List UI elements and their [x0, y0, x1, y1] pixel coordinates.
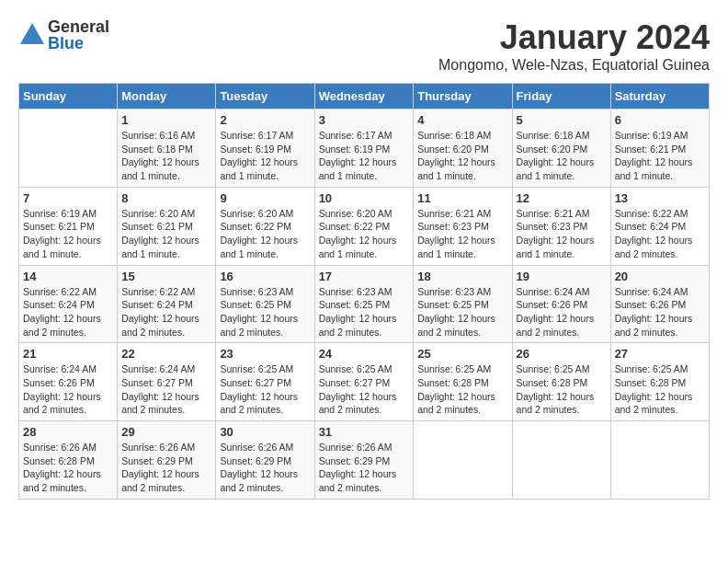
day-info: Sunrise: 6:19 AM Sunset: 6:21 PM Dayligh… [615, 129, 705, 183]
day-info: Sunrise: 6:24 AM Sunset: 6:27 PM Dayligh… [121, 362, 211, 417]
day-number: 27 [615, 347, 705, 361]
day-cell: 30Sunrise: 6:26 AM Sunset: 6:29 PM Dayli… [216, 421, 314, 500]
day-cell: 10Sunrise: 6:20 AM Sunset: 6:22 PM Dayli… [314, 187, 414, 265]
day-info: Sunrise: 6:19 AM Sunset: 6:21 PM Dayligh… [23, 207, 113, 261]
day-number: 13 [615, 191, 705, 205]
svg-marker-0 [20, 23, 44, 44]
week-row-5: 28Sunrise: 6:26 AM Sunset: 6:28 PM Dayli… [19, 421, 710, 500]
day-info: Sunrise: 6:24 AM Sunset: 6:26 PM Dayligh… [517, 285, 607, 339]
day-info: Sunrise: 6:23 AM Sunset: 6:25 PM Dayligh… [319, 285, 410, 339]
day-cell: 15Sunrise: 6:22 AM Sunset: 6:24 PM Dayli… [118, 265, 216, 343]
day-number: 15 [121, 270, 211, 283]
day-cell: 3Sunrise: 6:17 AM Sunset: 6:19 PM Daylig… [314, 109, 414, 188]
day-number: 21 [23, 347, 113, 361]
day-number: 25 [417, 347, 507, 361]
column-header-sunday: Sunday [19, 84, 118, 109]
day-cell: 17Sunrise: 6:23 AM Sunset: 6:25 PM Dayli… [314, 265, 414, 343]
day-number: 4 [417, 113, 507, 127]
day-info: Sunrise: 6:25 AM Sunset: 6:27 PM Dayligh… [220, 362, 310, 417]
day-cell: 26Sunrise: 6:25 AM Sunset: 6:28 PM Dayli… [512, 343, 610, 421]
day-info: Sunrise: 6:22 AM Sunset: 6:24 PM Dayligh… [121, 285, 211, 339]
day-number: 18 [417, 270, 507, 283]
day-info: Sunrise: 6:22 AM Sunset: 6:24 PM Dayligh… [23, 285, 113, 339]
calendar-table: SundayMondayTuesdayWednesdayThursdayFrid… [18, 83, 710, 500]
day-info: Sunrise: 6:24 AM Sunset: 6:26 PM Dayligh… [23, 362, 113, 417]
column-header-wednesday: Wednesday [314, 84, 414, 109]
day-info: Sunrise: 6:17 AM Sunset: 6:19 PM Dayligh… [319, 129, 410, 183]
day-cell: 14Sunrise: 6:22 AM Sunset: 6:24 PM Dayli… [19, 265, 118, 343]
day-cell: 12Sunrise: 6:21 AM Sunset: 6:23 PM Dayli… [512, 187, 610, 265]
week-row-4: 21Sunrise: 6:24 AM Sunset: 6:26 PM Dayli… [19, 343, 710, 421]
day-cell: 7Sunrise: 6:19 AM Sunset: 6:21 PM Daylig… [19, 187, 118, 265]
logo-icon [18, 21, 46, 49]
column-header-saturday: Saturday [610, 84, 709, 109]
day-number: 2 [220, 113, 310, 127]
title-area: January 2024 Mongomo, Wele-Nzas, Equator… [438, 18, 710, 74]
day-cell: 24Sunrise: 6:25 AM Sunset: 6:27 PM Dayli… [314, 343, 414, 421]
day-number: 11 [417, 191, 507, 205]
day-cell: 13Sunrise: 6:22 AM Sunset: 6:24 PM Dayli… [610, 187, 709, 265]
day-cell: 21Sunrise: 6:24 AM Sunset: 6:26 PM Dayli… [19, 343, 118, 421]
day-number: 8 [121, 191, 211, 205]
day-number: 3 [319, 113, 410, 127]
day-number: 28 [23, 425, 113, 439]
logo: General Blue [18, 18, 109, 52]
day-info: Sunrise: 6:23 AM Sunset: 6:25 PM Dayligh… [220, 285, 310, 339]
day-cell [414, 421, 512, 500]
day-number: 30 [220, 425, 310, 439]
day-info: Sunrise: 6:25 AM Sunset: 6:28 PM Dayligh… [417, 362, 507, 417]
day-number: 5 [517, 113, 607, 127]
day-number: 26 [517, 347, 607, 361]
day-info: Sunrise: 6:24 AM Sunset: 6:26 PM Dayligh… [615, 285, 705, 339]
day-number: 17 [319, 270, 410, 283]
day-number: 29 [121, 425, 211, 439]
week-row-2: 7Sunrise: 6:19 AM Sunset: 6:21 PM Daylig… [19, 187, 710, 265]
day-cell: 9Sunrise: 6:20 AM Sunset: 6:22 PM Daylig… [216, 187, 314, 265]
day-number: 12 [517, 191, 607, 205]
day-cell: 20Sunrise: 6:24 AM Sunset: 6:26 PM Dayli… [610, 265, 709, 343]
day-info: Sunrise: 6:18 AM Sunset: 6:20 PM Dayligh… [417, 129, 507, 183]
day-cell: 31Sunrise: 6:26 AM Sunset: 6:29 PM Dayli… [314, 421, 414, 500]
day-info: Sunrise: 6:26 AM Sunset: 6:29 PM Dayligh… [319, 441, 410, 495]
day-number: 24 [319, 347, 410, 361]
week-row-3: 14Sunrise: 6:22 AM Sunset: 6:24 PM Dayli… [19, 265, 710, 343]
column-header-monday: Monday [118, 84, 216, 109]
day-cell: 19Sunrise: 6:24 AM Sunset: 6:26 PM Dayli… [512, 265, 610, 343]
day-number: 31 [319, 425, 410, 439]
day-cell: 16Sunrise: 6:23 AM Sunset: 6:25 PM Dayli… [216, 265, 314, 343]
header-row: SundayMondayTuesdayWednesdayThursdayFrid… [19, 84, 710, 109]
day-cell [610, 421, 709, 500]
day-cell: 22Sunrise: 6:24 AM Sunset: 6:27 PM Dayli… [118, 343, 216, 421]
day-number: 10 [319, 191, 410, 205]
day-number: 6 [615, 113, 705, 127]
day-cell: 5Sunrise: 6:18 AM Sunset: 6:20 PM Daylig… [512, 109, 610, 188]
day-number: 16 [220, 270, 310, 283]
day-cell: 6Sunrise: 6:19 AM Sunset: 6:21 PM Daylig… [610, 109, 709, 188]
column-header-thursday: Thursday [414, 84, 512, 109]
day-info: Sunrise: 6:21 AM Sunset: 6:23 PM Dayligh… [417, 207, 507, 261]
day-cell [512, 421, 610, 500]
day-info: Sunrise: 6:26 AM Sunset: 6:28 PM Dayligh… [23, 441, 113, 495]
day-cell: 11Sunrise: 6:21 AM Sunset: 6:23 PM Dayli… [414, 187, 512, 265]
day-number: 22 [121, 347, 211, 361]
day-number: 20 [615, 270, 705, 283]
day-info: Sunrise: 6:21 AM Sunset: 6:23 PM Dayligh… [517, 207, 607, 261]
day-cell: 27Sunrise: 6:25 AM Sunset: 6:28 PM Dayli… [610, 343, 709, 421]
day-cell: 18Sunrise: 6:23 AM Sunset: 6:25 PM Dayli… [414, 265, 512, 343]
day-info: Sunrise: 6:26 AM Sunset: 6:29 PM Dayligh… [121, 441, 211, 495]
day-cell: 29Sunrise: 6:26 AM Sunset: 6:29 PM Dayli… [118, 421, 216, 500]
header: General Blue January 2024 Mongomo, Wele-… [18, 18, 710, 74]
logo-text: General Blue [48, 18, 109, 52]
week-row-1: 1Sunrise: 6:16 AM Sunset: 6:18 PM Daylig… [19, 109, 710, 188]
day-cell [19, 109, 118, 188]
day-info: Sunrise: 6:20 AM Sunset: 6:22 PM Dayligh… [220, 207, 310, 261]
day-cell: 1Sunrise: 6:16 AM Sunset: 6:18 PM Daylig… [118, 109, 216, 188]
calendar-subtitle: Mongomo, Wele-Nzas, Equatorial Guinea [438, 57, 710, 74]
column-header-tuesday: Tuesday [216, 84, 314, 109]
day-cell: 8Sunrise: 6:20 AM Sunset: 6:21 PM Daylig… [118, 187, 216, 265]
day-number: 9 [220, 191, 310, 205]
day-info: Sunrise: 6:26 AM Sunset: 6:29 PM Dayligh… [220, 441, 310, 495]
day-info: Sunrise: 6:25 AM Sunset: 6:28 PM Dayligh… [517, 362, 607, 417]
logo-blue: Blue [48, 35, 109, 52]
day-info: Sunrise: 6:18 AM Sunset: 6:20 PM Dayligh… [517, 129, 607, 183]
